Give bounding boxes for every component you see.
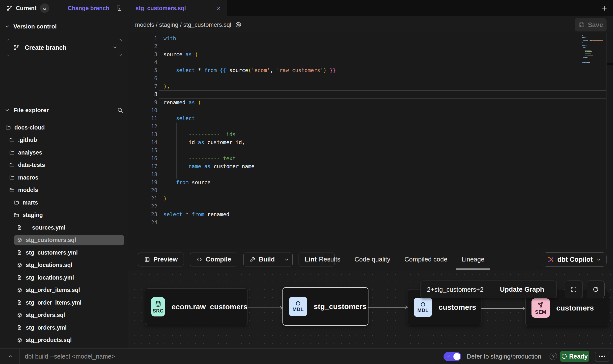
dbt-copilot-button[interactable]: dbt Copilot (543, 252, 607, 267)
editor-scrollbar[interactable] (606, 33, 607, 249)
tree-item[interactable]: stg_orders.sql (0, 309, 128, 322)
tab-compiled-code[interactable]: Compiled code (404, 249, 447, 270)
plus-icon (601, 4, 608, 12)
toggle-knob (453, 353, 460, 360)
defer-toggle[interactable] (444, 352, 461, 361)
node-name: ecom.raw_customers (171, 303, 248, 311)
tree-item[interactable]: stg_locations.sql (0, 259, 128, 272)
tree-item[interactable]: docs-cloud (0, 121, 128, 134)
refresh-icon (592, 286, 599, 293)
file-explorer-header[interactable]: File explorer (4, 105, 123, 115)
cube-icon (420, 302, 426, 307)
doc-icon (17, 225, 22, 230)
editor-toolbar: PreviewCompileBuildLint ResultsCode qual… (128, 249, 613, 270)
defer-label: Defer to staging/production (467, 349, 541, 364)
minimap[interactable] (582, 35, 605, 65)
fullscreen-button[interactable] (565, 281, 583, 298)
tree-item[interactable]: __sources.yml (0, 221, 128, 234)
model-badge: MDL (414, 298, 432, 317)
save-button[interactable]: Save (575, 18, 607, 31)
new-tab-button[interactable] (599, 3, 610, 13)
code-editor[interactable]: 123456789101112131415161718192021222324 … (128, 33, 613, 249)
tree-item[interactable]: stg_order_items.sql (0, 284, 128, 297)
doc-icon (17, 300, 22, 305)
status-ready-badge[interactable]: Ready (560, 351, 589, 362)
tree-item[interactable]: stg_locations.yml (0, 271, 128, 284)
build-button[interactable]: Build (243, 253, 293, 266)
create-branch-button[interactable]: Create branch (7, 39, 122, 56)
tree-item[interactable]: data-tests (0, 159, 128, 172)
tree-item[interactable]: stg_customers.sql (0, 234, 128, 247)
ready-circle-icon (562, 354, 567, 359)
cube-icon (17, 312, 22, 318)
chevron-down-icon (4, 107, 10, 113)
chevron-down-icon (112, 45, 118, 50)
command-input[interactable]: dbt build --select <model_name> (25, 349, 115, 364)
lineage-edge (481, 308, 525, 309)
tab-stg-customers-sql[interactable]: stg_customers.sql (128, 0, 227, 17)
update-graph-button[interactable]: Update Graph (487, 281, 557, 298)
semantic-badge: SEM (531, 298, 550, 318)
refresh-button[interactable] (587, 281, 605, 298)
tree-item[interactable]: stg_orders.yml (0, 321, 128, 334)
tab-code-quality[interactable]: Code quality (355, 249, 390, 270)
node-name: stg_customers (314, 302, 366, 311)
tree-item[interactable]: stg_customers.yml (0, 246, 128, 259)
tree-item[interactable]: macros (0, 171, 128, 184)
chevron-down-icon (596, 257, 601, 262)
doc-icon (17, 275, 22, 280)
expand-command-bar[interactable] (5, 349, 15, 364)
tree-item[interactable]: stg_products.sql (0, 334, 128, 347)
version-control-header[interactable]: Version control (4, 21, 123, 32)
lineage-canvas: SRC ecom.raw_customers MDL stg_customers… (128, 270, 613, 348)
copy-path-icon[interactable] (235, 22, 242, 28)
lock-icon (42, 6, 47, 10)
tab-lineage[interactable]: Lineage (462, 249, 485, 270)
more-options-button[interactable] (595, 351, 609, 362)
copy-branch-icon[interactable] (116, 5, 122, 11)
lineage-node-ecom-raw_customers[interactable]: SRC ecom.raw_customers (145, 288, 248, 325)
preview-button[interactable]: Preview (138, 253, 184, 266)
lineage-selector-input[interactable]: 2+stg_customers+2 (420, 281, 487, 298)
current-branch-indicator: Current (6, 3, 49, 13)
tree-item[interactable]: staging (0, 209, 128, 222)
statusbar-divider (19, 349, 20, 364)
tree-item-label: stg_order_items.yml (26, 299, 82, 306)
cube-icon (17, 262, 22, 268)
button-label: Lint (305, 256, 317, 263)
tree-item-label: stg_orders.sql (26, 312, 65, 318)
doc-icon (17, 250, 22, 255)
create-branch-dropdown[interactable] (108, 39, 122, 56)
tree-item[interactable]: analyses (0, 146, 128, 159)
lineage-node-stg_customers[interactable]: MDL stg_customers (282, 287, 368, 326)
git-branch-icon (6, 5, 12, 11)
tree-item[interactable]: models (0, 184, 128, 197)
cube-icon (295, 301, 301, 306)
node-name: customers (439, 303, 476, 312)
file-explorer-title: File explorer (13, 107, 49, 114)
folder-open-icon (14, 212, 19, 218)
tab-results[interactable]: Results (319, 249, 340, 270)
tree-item-label: stg_locations.sql (26, 262, 72, 268)
check-icon (446, 354, 451, 359)
version-control-title: Version control (13, 23, 57, 30)
compile-button[interactable]: Compile (190, 253, 237, 266)
tree-item-label: staging (23, 212, 43, 218)
change-branch-link[interactable]: Change branch (68, 5, 109, 12)
tree-item[interactable]: stg_order_items.yml (0, 296, 128, 309)
tree-item-label: models (18, 187, 38, 193)
node-name: customers (556, 304, 594, 312)
button-label: Build (259, 256, 275, 263)
tree-item[interactable]: .github (0, 134, 128, 147)
code-content[interactable]: with source as ( select * from {{ source… (164, 34, 606, 227)
sidebar-divider (0, 101, 128, 101)
button-label: Compile (206, 256, 231, 263)
close-tab-icon[interactable] (216, 6, 222, 11)
folder-icon (9, 175, 15, 180)
tree-item[interactable]: marts (0, 196, 128, 209)
tree-item-label: marts (23, 199, 38, 206)
tree-item-label: stg_orders.yml (26, 324, 67, 331)
search-icon[interactable] (117, 107, 123, 113)
help-icon[interactable]: ? (550, 353, 557, 360)
build-dropdown[interactable] (281, 253, 292, 266)
